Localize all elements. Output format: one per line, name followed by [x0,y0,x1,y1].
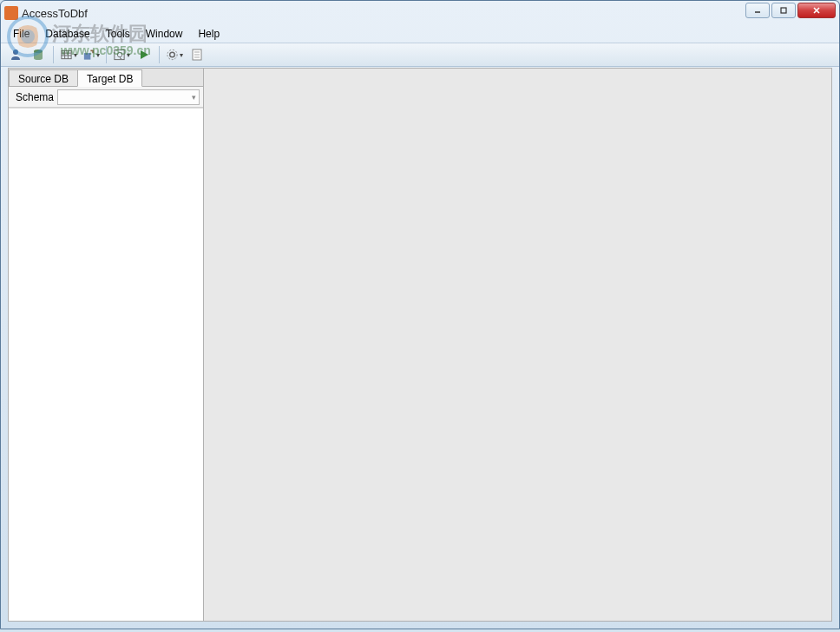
svg-point-4 [13,49,18,55]
query-icon: Q [113,48,126,62]
settings-icon [166,48,179,62]
svg-marker-14 [141,50,148,59]
toolbar-btn-3[interactable]: ▾ [59,45,78,64]
chevron-down-icon: ▾ [74,51,77,59]
svg-point-15 [170,52,175,57]
workspace: Source DB Target DB Schema ▾ [8,68,832,622]
minimize-button[interactable] [745,3,770,18]
svg-point-16 [167,49,177,59]
window-title: AccessToDbf [22,7,88,20]
run-icon [137,48,151,62]
menubar: File Database Tools Window Help [1,25,839,43]
window-frame: AccessToDbf File Database Tools Window H… [0,0,840,629]
sidebar: Source DB Target DB Schema ▾ [8,68,204,622]
toolbar: ▾ ▾ Q ▾ ▾ [1,43,839,67]
table-icon [60,48,73,62]
user-icon [9,48,23,62]
menu-window[interactable]: Window [139,26,190,42]
menu-file[interactable]: File [6,26,36,42]
toolbar-separator [159,46,160,63]
schema-select-wrap: ▾ [57,89,200,105]
tab-strip: Source DB Target DB [9,69,203,87]
menu-tools[interactable]: Tools [99,26,137,42]
chevron-down-icon: ▾ [96,51,100,59]
toolbar-btn-6[interactable] [135,45,154,64]
chevron-down-icon: ▾ [127,51,130,59]
svg-rect-6 [62,50,71,58]
page-icon [190,48,204,62]
schema-select[interactable] [57,89,200,105]
toolbar-btn-5[interactable]: Q ▾ [112,45,131,64]
svg-text:Q: Q [117,50,123,59]
tab-source-db[interactable]: Source DB [9,69,78,86]
main-content-area [204,68,832,622]
svg-rect-1 [781,8,786,13]
chevron-down-icon: ▾ [180,51,183,59]
database-icon [31,48,45,62]
toolbar-separator [53,46,54,63]
close-button[interactable] [797,3,836,18]
menu-database[interactable]: Database [38,26,96,42]
svg-rect-11 [84,53,91,60]
window-controls [745,3,836,18]
titlebar[interactable]: AccessToDbf [1,1,839,25]
toolbar-btn-2[interactable] [29,45,48,64]
toolbar-btn-8[interactable] [187,45,207,64]
app-icon [4,6,18,20]
maximize-button[interactable] [771,3,796,18]
toolbar-btn-7[interactable]: ▾ [165,45,184,64]
schema-label: Schema [12,91,54,103]
toolbar-btn-1[interactable] [6,45,25,64]
tree-area[interactable] [9,108,203,621]
toolbar-btn-4[interactable]: ▾ [82,45,101,64]
schema-row: Schema ▾ [9,87,203,108]
tab-target-db[interactable]: Target DB [77,69,142,87]
import-icon [82,48,95,62]
menu-help[interactable]: Help [191,26,226,42]
toolbar-separator [106,46,107,63]
